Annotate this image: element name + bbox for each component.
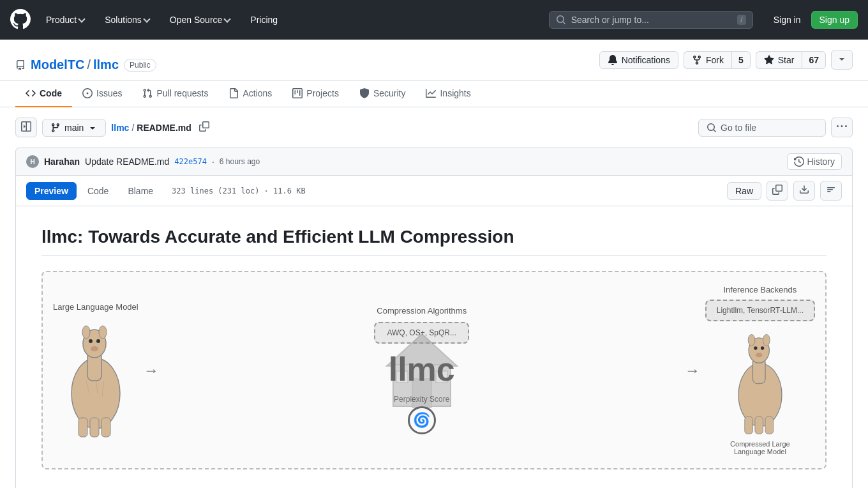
nav-solutions[interactable]: Solutions — [100, 12, 154, 27]
file-view-tabs: Preview Code Blame — [26, 182, 161, 200]
repo-icon — [15, 60, 26, 70]
fork-icon — [692, 55, 702, 65]
history-label: History — [807, 156, 835, 167]
commit-time: 6 hours ago — [220, 157, 260, 166]
tab-projects-label: Projects — [306, 88, 339, 98]
svg-point-6 — [96, 339, 100, 343]
tab-code-label: Code — [40, 88, 62, 98]
copy-raw-icon — [772, 185, 782, 195]
branch-label: main — [64, 123, 84, 133]
search-box[interactable]: Search or jump to... / — [549, 11, 753, 29]
chevron-down-icon — [837, 54, 847, 64]
tab-pull-requests[interactable]: Pull requests — [132, 80, 218, 107]
file-view-header: main llmc / README.md Go to file — [0, 107, 868, 148]
svg-rect-10 — [101, 418, 110, 437]
tab-actions[interactable]: Actions — [218, 80, 282, 107]
svg-point-22 — [748, 335, 755, 346]
star-group: Star 67 — [756, 51, 826, 69]
product-chevron-icon — [79, 15, 86, 22]
preview-tab-button[interactable]: Preview — [26, 182, 77, 200]
copy-raw-button[interactable] — [767, 181, 788, 201]
code-tab-button[interactable]: Code — [79, 182, 117, 200]
avatar: H — [26, 155, 39, 168]
star-count[interactable]: 67 — [802, 51, 826, 69]
actions-tab-icon — [228, 88, 239, 98]
nav-opensource[interactable]: Open Source — [165, 12, 236, 27]
breadcrumb-current-file: README.md — [137, 123, 191, 133]
arrow-left: → — [144, 362, 159, 379]
compression-algorithms-label: Compression Algorithms — [377, 306, 467, 316]
search-slash-badge: / — [737, 15, 745, 25]
pull-requests-tab-icon — [142, 88, 153, 98]
repo-path-slash: / — [87, 57, 91, 72]
copy-path-button[interactable] — [197, 120, 212, 135]
repo-owner-link[interactable]: ModelTC — [31, 57, 84, 72]
repo-name-link[interactable]: llmc — [93, 57, 119, 72]
nav-pricing[interactable]: Pricing — [245, 12, 283, 27]
opensource-chevron-icon — [224, 15, 231, 22]
star-icon — [764, 55, 774, 65]
fork-count[interactable]: 5 — [731, 51, 751, 69]
code-tab-icon — [26, 88, 36, 98]
branch-icon — [50, 123, 61, 133]
commit-hash[interactable]: 422e574 — [174, 157, 207, 166]
blame-tab-button[interactable]: Blame — [119, 182, 161, 200]
insights-tab-icon — [426, 88, 436, 98]
breadcrumb: llmc / README.md — [111, 123, 191, 133]
diagram-compression-section: Compression Algorithms AWQ, OS+, SpQR...… — [164, 306, 680, 434]
search-icon — [556, 15, 566, 25]
svg-rect-28 — [755, 416, 763, 434]
file-action-buttons: Raw — [727, 181, 842, 201]
fork-label: Fork — [706, 55, 724, 65]
download-button[interactable] — [793, 181, 815, 201]
repo-actions-right: Notifications Fork 5 Star 67 — [599, 50, 853, 80]
tab-security[interactable]: Security — [349, 80, 416, 107]
tab-projects[interactable]: Projects — [282, 80, 349, 107]
sidebar-toggle-icon — [21, 121, 31, 132]
svg-point-24 — [754, 346, 757, 349]
svg-point-7 — [91, 346, 98, 351]
repo-path: ModelTC / llmc — [31, 57, 119, 72]
inference-backends-label: Inference Backends — [723, 285, 797, 294]
svg-point-4 — [99, 326, 107, 339]
tab-insights-label: Insights — [440, 88, 470, 98]
star-button[interactable]: Star — [756, 51, 802, 69]
diagram-inference-section: Inference Backends Lightllm, TensorRT-LL… — [705, 285, 815, 455]
svg-rect-29 — [765, 416, 774, 434]
github-logo[interactable] — [10, 9, 31, 31]
llama-left-icon — [61, 317, 131, 438]
signin-button[interactable]: Sign in — [768, 11, 806, 28]
repo-header-area: ModelTC / llmc Public Notifications Fork… — [0, 40, 868, 80]
svg-point-26 — [756, 353, 763, 357]
security-tab-icon — [359, 88, 370, 98]
file-toolbar: Preview Code Blame 323 lines (231 loc) ·… — [15, 176, 853, 206]
tab-issues[interactable]: Issues — [72, 80, 132, 107]
repo-visibility-badge: Public — [124, 59, 156, 72]
download-icon — [799, 185, 809, 195]
signup-button[interactable]: Sign up — [811, 11, 858, 29]
more-options-button[interactable] — [831, 118, 853, 137]
add-button[interactable] — [831, 50, 853, 70]
tab-code[interactable]: Code — [15, 80, 72, 107]
tab-insights[interactable]: Insights — [415, 80, 481, 107]
tab-security-label: Security — [373, 88, 406, 98]
issues-tab-icon — [82, 88, 93, 98]
notifications-label: Notifications — [622, 55, 670, 65]
go-to-file-box[interactable]: Go to file — [698, 119, 826, 137]
top-nav: Product Solutions Open Source Pricing Se… — [0, 0, 868, 40]
tab-issues-label: Issues — [96, 88, 122, 98]
notifications-button[interactable]: Notifications — [599, 51, 678, 69]
nav-product[interactable]: Product — [41, 12, 89, 27]
go-to-file-search-icon — [707, 123, 717, 133]
outline-button[interactable] — [820, 181, 842, 201]
file-stats: 323 lines (231 loc) · 11.6 KB — [172, 187, 306, 195]
fork-button[interactable]: Fork — [684, 51, 731, 69]
sidebar-toggle-button[interactable] — [15, 118, 37, 137]
history-button[interactable]: History — [787, 153, 842, 170]
raw-button[interactable]: Raw — [727, 182, 761, 200]
star-label: Star — [778, 55, 795, 65]
svg-point-3 — [82, 326, 90, 339]
breadcrumb-root-link[interactable]: llmc — [111, 123, 129, 133]
branch-select-button[interactable]: main — [42, 119, 106, 137]
outline-icon — [826, 185, 836, 195]
